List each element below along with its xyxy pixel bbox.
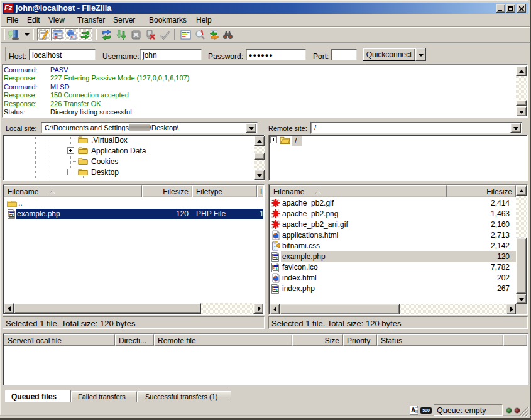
svg-text:Fz: Fz bbox=[4, 4, 13, 11]
